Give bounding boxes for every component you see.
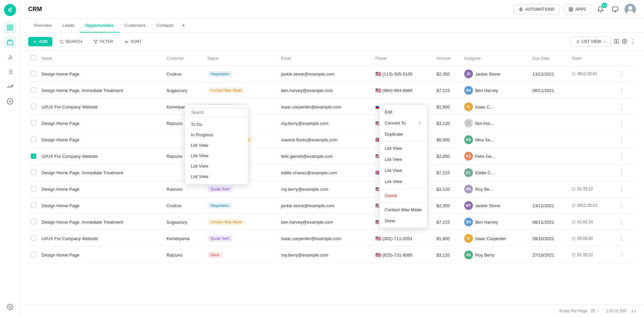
row-checkbox-cell[interactable] [28, 132, 39, 148]
more-icon[interactable]: ⋮ [616, 218, 627, 226]
apps-button[interactable]: APPS [564, 4, 591, 14]
menu-contact-was-made[interactable]: Contact Was Made [379, 204, 427, 215]
row-more[interactable]: ⋮ [614, 66, 636, 82]
notifications-bell[interactable]: 13 [595, 4, 606, 15]
tab-overview[interactable]: Overview [28, 19, 57, 33]
status-item-inprogress[interactable]: In Progress [187, 130, 245, 140]
search-toolbar-button[interactable]: SEARCH [55, 37, 87, 47]
row-checkbox[interactable] [31, 71, 36, 76]
row-more[interactable]: ⋮ [614, 247, 636, 263]
more-icon[interactable]: ⋮ [616, 185, 627, 193]
row-checkbox[interactable] [31, 153, 36, 159]
more-icon[interactable]: ⋮ [616, 86, 627, 94]
row-checkbox[interactable] [31, 219, 36, 224]
row-status[interactable]: Negotiation [205, 66, 278, 82]
select-all-checkbox[interactable] [31, 55, 36, 60]
row-checkbox[interactable] [31, 137, 36, 142]
menu-duplicate[interactable]: Duplicate [379, 129, 427, 140]
status-item-listview3[interactable]: List View [187, 161, 245, 171]
sidebar-item-briefcase[interactable] [4, 36, 16, 48]
row-more[interactable]: ⋮ [614, 197, 636, 214]
row-more[interactable]: ⋮ [614, 214, 636, 230]
menu-listview3[interactable]: List View [379, 165, 427, 176]
prev-page-button[interactable]: ‹ [632, 308, 633, 314]
more-toolbar-icon[interactable]: ⋮ [630, 38, 636, 45]
row-checkbox[interactable] [31, 120, 36, 126]
row-checkbox-cell[interactable] [28, 214, 39, 230]
automations-button[interactable]: AUTOMATIONS [514, 4, 559, 14]
tab-contacts[interactable]: Contacts [151, 19, 179, 33]
status-item-listview1[interactable]: List View [187, 140, 245, 150]
more-icon[interactable]: ⋮ [616, 169, 627, 177]
menu-listview4[interactable]: List View [379, 176, 427, 187]
row-checkbox-cell[interactable] [28, 197, 39, 214]
more-icon[interactable]: ⋮ [616, 251, 627, 259]
row-checkbox-cell[interactable] [28, 82, 39, 99]
filter-button[interactable]: FILTER [89, 37, 117, 47]
settings-table-icon[interactable] [622, 39, 627, 45]
sidebar-item-grid[interactable] [4, 21, 16, 34]
row-more[interactable]: ⋮ [614, 230, 636, 247]
tab-leads[interactable]: Leads [57, 19, 79, 33]
add-button[interactable]: ADD [28, 37, 52, 46]
monitor-icon[interactable] [610, 4, 621, 15]
status-item-todo[interactable]: To Do [187, 119, 245, 130]
row-checkbox-cell[interactable] [28, 165, 39, 181]
row-more[interactable]: ⋮ [614, 148, 636, 165]
row-checkbox-cell[interactable] [28, 230, 39, 247]
row-status[interactable]: Contact Was Made [205, 82, 278, 99]
sidebar-item-add[interactable] [4, 95, 16, 107]
row-checkbox-cell[interactable] [28, 99, 39, 115]
columns-icon[interactable] [614, 39, 619, 45]
status-item-listview2[interactable]: List View [187, 150, 245, 161]
sidebar-item-chart[interactable] [4, 51, 16, 63]
status-search-input[interactable] [187, 108, 245, 117]
more-icon[interactable]: ⋮ [616, 152, 627, 160]
menu-convert-to[interactable]: Convert To [379, 118, 427, 129]
row-checkbox[interactable] [31, 170, 36, 175]
sort-button[interactable]: SORT [120, 37, 146, 47]
more-icon[interactable]: ⋮ [616, 119, 627, 127]
menu-delete[interactable]: Delete [379, 190, 427, 201]
row-checkbox-cell[interactable] [28, 66, 39, 82]
menu-listview2[interactable]: List View [379, 154, 427, 165]
row-checkbox-cell[interactable] [28, 247, 39, 263]
row-checkbox[interactable] [31, 202, 36, 208]
menu-listview1[interactable]: List View [379, 143, 427, 154]
more-icon[interactable]: ⋮ [616, 103, 627, 111]
add-tab-button[interactable]: + [179, 21, 188, 30]
list-view-button[interactable]: LIST VIEW [571, 37, 611, 47]
row-checkbox-cell[interactable] [28, 115, 39, 132]
user-avatar[interactable] [625, 4, 636, 15]
row-checkbox[interactable] [31, 104, 36, 109]
more-icon[interactable]: ⋮ [616, 234, 627, 242]
row-checkbox-cell[interactable] [28, 148, 39, 165]
menu-edit[interactable]: Edit [379, 106, 427, 118]
row-status[interactable]: Quote Sent [205, 230, 278, 247]
more-icon[interactable]: ⋮ [616, 201, 627, 210]
row-more[interactable]: ⋮ [614, 181, 636, 197]
tab-opportunities[interactable]: Opportunities [80, 19, 119, 33]
row-more[interactable]: ⋮ [614, 132, 636, 148]
row-checkbox[interactable] [31, 235, 36, 241]
status-item-listview4[interactable]: List View [187, 171, 245, 182]
rows-per-page-select[interactable]: 20 [591, 309, 600, 313]
row-more[interactable]: ⋮ [614, 115, 636, 132]
row-status[interactable]: Done [205, 247, 278, 263]
row-checkbox[interactable] [31, 186, 36, 191]
next-page-button[interactable]: › [634, 308, 636, 314]
row-status[interactable]: Contact Was Made [205, 214, 278, 230]
row-checkbox[interactable] [31, 252, 36, 257]
tab-customers[interactable]: Customers [119, 19, 151, 33]
row-more[interactable]: ⋮ [614, 165, 636, 181]
row-checkbox-cell[interactable] [28, 181, 39, 197]
sidebar-item-list[interactable] [4, 66, 16, 78]
menu-done[interactable]: Done [379, 215, 427, 226]
status-dropdown[interactable]: To Do In Progress List View List View Li… [184, 105, 248, 185]
row-checkbox[interactable] [31, 87, 36, 93]
row-status[interactable]: Negotiation [205, 197, 278, 214]
row-more[interactable]: ⋮ [614, 99, 636, 115]
select-all-header[interactable] [28, 51, 39, 66]
more-icon[interactable]: ⋮ [616, 136, 627, 144]
row-more[interactable]: ⋮ [614, 82, 636, 99]
